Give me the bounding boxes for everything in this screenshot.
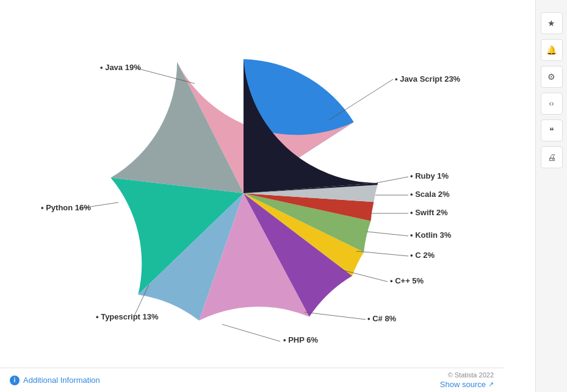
quote-button[interactable]: ❝ [541, 119, 563, 141]
svg-line-7 [356, 251, 408, 256]
main-container: • Java Script 23% • Java 19% • Python 16… [0, 0, 567, 392]
print-button[interactable]: 🖨 [541, 146, 563, 168]
label-c: • C 2% [410, 251, 435, 260]
gear-icon: ⚙ [547, 72, 555, 82]
label-python: • Python 16% [41, 203, 91, 212]
chart-area: • Java Script 23% • Java 19% • Python 16… [0, 0, 535, 392]
show-source-button[interactable]: Show source ↗ [440, 380, 494, 389]
favorite-button[interactable]: ★ [541, 12, 563, 34]
print-icon: 🖨 [547, 152, 556, 162]
notifications-button[interactable]: 🔔 [541, 39, 563, 61]
svg-line-11 [377, 177, 408, 183]
additional-info-label: Additional Information [23, 376, 100, 385]
svg-line-0 [329, 79, 393, 120]
external-link-icon: ↗ [488, 380, 494, 388]
label-cpp: • C++ 5% [390, 276, 424, 285]
quote-icon: ❝ [549, 126, 554, 135]
show-source-label: Show source [440, 380, 486, 389]
label-typescript: • Typescript 13% [96, 312, 159, 321]
footer: i Additional Information © Statista 2022… [0, 368, 504, 392]
label-java: • Java 19% [100, 63, 141, 72]
share-button[interactable]: ‹› [541, 93, 563, 115]
label-swift: • Swift 2% [410, 208, 448, 217]
sidebar: ★ 🔔 ⚙ ‹› ❝ 🖨 [535, 0, 567, 392]
label-scala: • Scala 2% [410, 190, 450, 199]
svg-line-4 [222, 324, 280, 341]
share-icon: ‹› [549, 99, 554, 108]
label-kotlin: • Kotlin 3% [410, 230, 452, 240]
svg-line-1 [137, 68, 195, 84]
additional-info-button[interactable]: i Additional Information [10, 376, 100, 385]
svg-line-8 [367, 232, 408, 236]
settings-button[interactable]: ⚙ [541, 66, 563, 88]
statista-credit: © Statista 2022 [448, 371, 494, 379]
star-icon: ★ [547, 18, 555, 28]
pie-chart-svg: • Java Script 23% • Java 19% • Python 16… [5, 13, 530, 379]
svg-line-5 [305, 312, 366, 319]
bell-icon: 🔔 [546, 45, 557, 55]
footer-right: © Statista 2022 Show source ↗ [440, 371, 494, 389]
label-csharp: • C# 8% [367, 314, 397, 323]
label-ruby: • Ruby 1% [410, 171, 449, 180]
label-php: • PHP 6% [283, 335, 319, 344]
label-javascript: • Java Script 23% [395, 74, 461, 84]
chart-svg-container: • Java Script 23% • Java 19% • Python 16… [5, 13, 530, 379]
info-icon: i [10, 376, 20, 385]
